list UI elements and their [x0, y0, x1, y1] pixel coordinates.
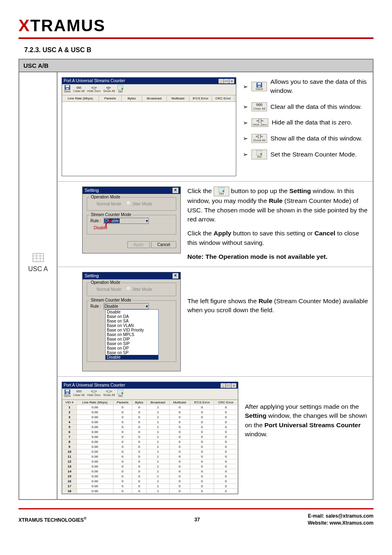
showall-tiny-icon: «[ ]» Show All	[251, 134, 267, 143]
svg-rect-24	[66, 390, 69, 391]
clear-tiny-icon: 000 Clear All	[251, 102, 267, 111]
table-row: 150.00001000	[62, 474, 238, 479]
bullet-icon: ➢	[243, 102, 248, 111]
svg-rect-6	[66, 85, 69, 87]
table-row: 100.00001000	[62, 449, 238, 454]
rule-option[interactable]: Disable	[106, 355, 158, 359]
hidezero-tiny-icon: »[ ]« Hide Zero	[251, 118, 268, 127]
svg-rect-12	[119, 86, 122, 87]
table-row: 110.00001000	[62, 454, 238, 459]
setting-dialog: Setting× Operation Mode Normal Mode Jitt…	[82, 187, 181, 253]
bullet-icon: ➢	[243, 134, 248, 143]
table-header: USC A/B	[19, 60, 373, 72]
rule-option[interactable]: Base on VLAN	[106, 323, 158, 328]
rule-dropdown-list[interactable]: DisableBase on DABase on SABase on VLANB…	[105, 309, 159, 360]
rule-option[interactable]: Base on DP	[106, 346, 158, 350]
svg-rect-22	[220, 190, 223, 191]
table-row: 80.00001000	[62, 440, 238, 444]
divider-top	[18, 37, 374, 39]
svg-rect-0	[33, 253, 44, 262]
svg-rect-18	[258, 151, 261, 152]
rule-option[interactable]: Base on MPLS	[106, 332, 158, 337]
table-row: 170.00001000	[62, 484, 238, 489]
set-desc: Set the Stream Counter Mode.	[270, 150, 357, 159]
normal-mode-radio[interactable]: Normal Mode	[90, 202, 121, 206]
left-label-text: USC A	[19, 265, 57, 273]
table-row: 40.00001000	[62, 420, 238, 425]
block-toolbar-1: Port A Universal Streams Counter _□× Sav…	[58, 72, 373, 182]
rule-option[interactable]: Base on DIP	[106, 337, 158, 341]
table-row: 10.00001000	[62, 405, 238, 410]
table-row: 90.00001000	[62, 444, 238, 449]
table-row: 120.00001000	[62, 459, 238, 464]
svg-rect-28	[119, 392, 122, 393]
jitter-mode-radio[interactable]: Jitter Mode	[126, 202, 152, 206]
set-tiny-icon: Set	[251, 150, 267, 159]
svg-rect-16	[258, 85, 261, 87]
logo-x: X	[18, 16, 30, 35]
row-label-col: USC A	[19, 72, 58, 499]
win-title-text: Port A Universal Streams Counter	[64, 78, 125, 83]
counter-window-filled: Port A Universal Streams Counter _□× Sav…	[62, 382, 238, 494]
close-icon[interactable]: ×	[173, 273, 178, 279]
counter-window-empty: Port A Universal Streams Counter _□× Sav…	[62, 77, 236, 176]
page-number: 37	[86, 517, 308, 523]
rule-option[interactable]: Base on SA	[106, 319, 158, 323]
footer: XTRAMUS TECHNOLOGIES® 37 E-mail: sales@x…	[18, 509, 374, 527]
table-row: 130.00001000	[62, 464, 238, 469]
table-row: 160.00001000	[62, 479, 238, 484]
rule-option[interactable]: Disable	[106, 310, 158, 314]
rule-option[interactable]: Base on SP	[106, 350, 158, 355]
table-row: 20.00001000	[62, 410, 238, 415]
rule-option[interactable]: Base on DA	[106, 314, 158, 319]
table-row: 180.00001000	[62, 489, 238, 494]
bullet-icon: ➢	[243, 82, 248, 91]
save-desc: Allows you to save the data of this wind…	[270, 77, 369, 96]
scm-legend: Stream Counter Mode	[90, 212, 132, 217]
rule-option[interactable]: Base on VID Priority	[106, 328, 158, 332]
opmode-legend: Operation Mode	[90, 195, 122, 199]
table-row: 140.00001000	[62, 469, 238, 474]
svg-rect-21	[220, 188, 223, 189]
setting-dialog-expanded: Setting× Operation Mode Normal Mode Jitt…	[82, 272, 181, 371]
block-setting-2: Setting× Operation Mode Normal Mode Jitt…	[58, 267, 373, 377]
svg-rect-15	[258, 83, 261, 85]
main-table: USC A/B USC A	[18, 59, 374, 500]
bullet-icon: ➢	[243, 150, 248, 159]
logo: XTRAMUS	[18, 16, 374, 37]
close-icon[interactable]: ×	[173, 188, 178, 193]
table-row: 60.00001000	[62, 430, 238, 435]
cancel-button[interactable]: Cancel	[151, 241, 176, 248]
svg-rect-13	[119, 88, 122, 89]
table-row: 50.00001000	[62, 425, 238, 430]
block-data-table: Port A Universal Streams Counter _□× Sav…	[58, 377, 373, 499]
svg-rect-19	[258, 153, 261, 154]
grid-icon	[30, 253, 46, 264]
table-row: 70.00001000	[62, 435, 238, 440]
data-table: VID #Line Rate (Mbps)PacketsBytesBroadca…	[62, 400, 238, 494]
svg-rect-27	[119, 390, 122, 391]
rule-select-open[interactable]: Disable ▾	[104, 303, 149, 309]
rule-option[interactable]: Base on SIP	[106, 341, 158, 346]
table-row: 30.00001000	[62, 415, 238, 420]
bullet-icon: ➢	[243, 118, 248, 127]
set-tiny-icon-inline: Set	[214, 187, 229, 196]
block-setting-1: Setting× Operation Mode Normal Mode Jitt…	[58, 182, 373, 267]
logo-rest: TRAMUS	[30, 16, 106, 35]
rule-label: Rule :	[90, 219, 101, 223]
section-heading: 7.2.3. USC A & USC B	[18, 46, 374, 59]
save-tiny-icon: Save	[251, 82, 267, 92]
svg-text:000: 000	[76, 86, 81, 89]
rule-note: Disable	[94, 226, 173, 230]
clear-desc: Clear all the data of this window.	[270, 102, 362, 111]
apply-button[interactable]: Apply	[127, 241, 150, 248]
win-control-btns: _□×	[218, 78, 234, 83]
hidezero-desc: Hide all the data that is zero.	[272, 118, 352, 127]
showall-desc: Show all the data of this window.	[270, 134, 362, 143]
